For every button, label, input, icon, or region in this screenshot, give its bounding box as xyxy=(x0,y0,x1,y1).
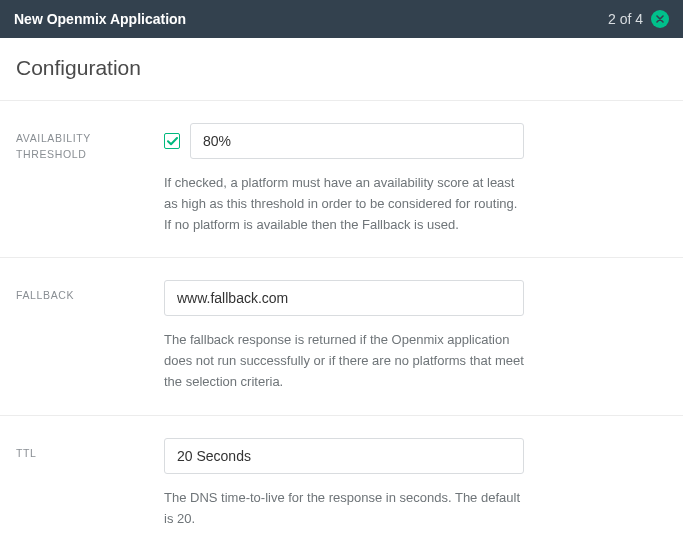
fallback-help: The fallback response is returned if the… xyxy=(164,330,524,392)
fallback-input[interactable] xyxy=(164,280,524,316)
label-fallback: FALLBACK xyxy=(16,280,164,392)
label-ttl: TTL xyxy=(16,438,164,530)
step-indicator: 2 of 4 xyxy=(608,11,643,27)
row-availability-threshold: AVAILABILITY THRESHOLD If checked, a pla… xyxy=(0,101,683,258)
row-ttl: TTL The DNS time-to-live for the respons… xyxy=(0,416,683,542)
close-button[interactable] xyxy=(651,10,669,28)
ttl-input[interactable] xyxy=(164,438,524,474)
section-title: Configuration xyxy=(0,38,683,101)
modal-title: New Openmix Application xyxy=(14,11,186,27)
close-icon xyxy=(656,15,664,23)
availability-help: If checked, a platform must have an avai… xyxy=(164,173,524,235)
ttl-help: The DNS time-to-live for the response in… xyxy=(164,488,524,530)
modal-header: New Openmix Application 2 of 4 xyxy=(0,0,683,38)
availability-input[interactable] xyxy=(190,123,524,159)
availability-checkbox[interactable] xyxy=(164,133,180,149)
label-availability-threshold: AVAILABILITY THRESHOLD xyxy=(16,123,164,235)
check-icon xyxy=(167,137,178,146)
row-fallback: FALLBACK The fallback response is return… xyxy=(0,258,683,415)
